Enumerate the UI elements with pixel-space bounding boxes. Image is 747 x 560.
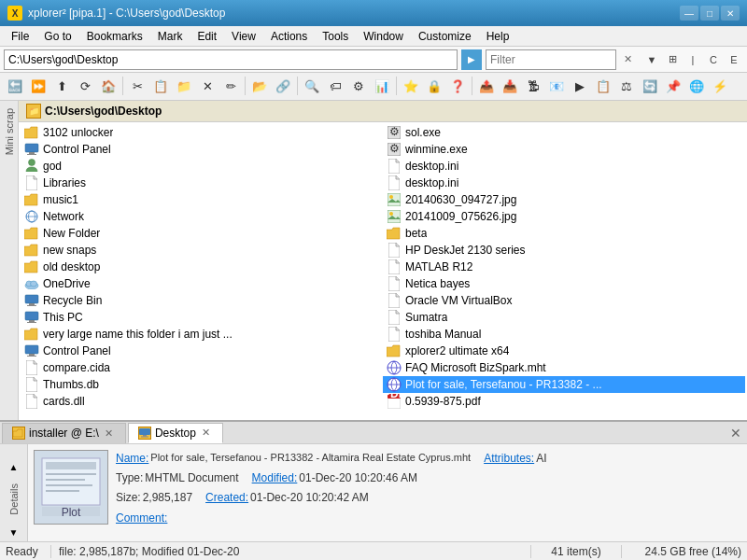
menu-item-bookmarks[interactable]: Bookmarks	[79, 26, 150, 46]
comment-label[interactable]: Comment:	[116, 510, 167, 527]
file-item[interactable]: cards.dll	[21, 393, 383, 410]
tb-bookmark[interactable]: ⭐	[400, 75, 422, 97]
menu-item-mark[interactable]: Mark	[150, 26, 190, 46]
file-item[interactable]: very large name this folder i am just ..…	[21, 326, 383, 343]
name-label[interactable]: Name:	[116, 450, 148, 468]
tb-refresh[interactable]: ⟳	[74, 75, 96, 97]
menu-item-customize[interactable]: Customize	[411, 26, 479, 46]
menu-item-help[interactable]: Help	[479, 26, 517, 46]
tb-save[interactable]: 📥	[499, 75, 521, 97]
mini-scrap-label[interactable]: Mini scrap	[4, 101, 15, 162]
file-item[interactable]: new snaps	[21, 242, 383, 259]
file-item[interactable]: HP DeskJet 2130 series	[383, 242, 745, 259]
tb-pin[interactable]: 📌	[662, 75, 684, 97]
file-item[interactable]: desktop.ini	[383, 158, 745, 175]
maximize-button[interactable]: □	[700, 6, 719, 21]
file-item[interactable]: beta	[383, 225, 745, 242]
filter-clear-button[interactable]: ✕	[620, 49, 635, 70]
close-panel-button[interactable]: ✕	[726, 424, 745, 442]
tb-back[interactable]: 🔙	[4, 75, 26, 97]
details-scroll-down[interactable]: ▼	[5, 523, 23, 541]
tb-extra2[interactable]: ⚡	[709, 75, 731, 97]
file-item[interactable]: Control Panel	[21, 141, 383, 158]
details-scroll-up[interactable]: ▲	[5, 457, 23, 476]
file-item[interactable]: FAQ Microsoft BizSpark.mht	[383, 359, 745, 376]
file-item[interactable]: 3102 unlocker	[21, 124, 383, 141]
file-item[interactable]: Control Panel	[21, 343, 383, 359]
tb-email[interactable]: 📧	[545, 75, 568, 97]
created-label[interactable]: Created:	[205, 489, 248, 507]
grid-view-icon[interactable]: ⊞	[663, 50, 682, 69]
file-item[interactable]: Libraries	[21, 175, 383, 191]
file-item[interactable]: This PC	[21, 309, 383, 326]
file-item[interactable]: Recycle Bin	[21, 292, 383, 309]
tb-help[interactable]: ❓	[446, 75, 469, 97]
right-pane-icon[interactable]: E	[725, 50, 743, 69]
file-item[interactable]: music1	[21, 191, 383, 208]
tb-delete[interactable]: ✕	[196, 75, 218, 97]
file-item[interactable]: Sumatra	[383, 309, 745, 326]
tb-open[interactable]: 📤	[475, 75, 498, 97]
file-item[interactable]: old desktop	[21, 259, 383, 275]
tb-settings[interactable]: ⚙	[347, 75, 370, 97]
file-item[interactable]: Plot for sale, Tersefanou - PR13382 - ..…	[383, 376, 745, 393]
tb-run[interactable]: ▶	[569, 75, 591, 97]
tb-lock[interactable]: 🔒	[423, 75, 445, 97]
menu-item-actions[interactable]: Actions	[263, 26, 315, 46]
file-item[interactable]: Network	[21, 208, 383, 225]
file-item[interactable]: PDF0.5939-875.pdf	[383, 393, 745, 410]
menu-item-window[interactable]: Window	[356, 26, 411, 46]
file-item[interactable]: OneDrive	[21, 275, 383, 292]
tb-link[interactable]: 🔗	[272, 75, 294, 97]
file-item[interactable]: 20141009_075626.jpg	[383, 208, 745, 225]
filter-input[interactable]	[486, 49, 616, 70]
file-item[interactable]: MATLAB R12	[383, 259, 745, 275]
tb-home[interactable]: 🏠	[97, 75, 120, 97]
menu-item-edit[interactable]: Edit	[190, 26, 224, 46]
file-item[interactable]: desktop.ini	[383, 175, 745, 191]
menu-item-view[interactable]: View	[224, 26, 263, 46]
menu-item-go-to[interactable]: Go to	[36, 26, 78, 46]
tb-paste[interactable]: 📁	[173, 75, 195, 97]
file-list-container[interactable]: 3102 unlockerControl PanelgodLibrariesmu…	[19, 122, 747, 420]
filter-icon[interactable]: ▼	[642, 50, 661, 69]
address-go-button[interactable]: ▶	[461, 49, 482, 70]
modified-label[interactable]: Modified:	[252, 469, 298, 487]
tb-view[interactable]: 📊	[371, 75, 393, 97]
file-item[interactable]: 20140630_094727.jpg	[383, 191, 745, 208]
tb-zip[interactable]: 🗜	[522, 75, 544, 97]
tb-properties[interactable]: 📋	[592, 75, 614, 97]
tb-copy[interactable]: 📋	[149, 75, 172, 97]
bottom-tab-Desktop[interactable]: Desktop✕	[128, 423, 223, 443]
tb-up[interactable]: ⬆	[50, 75, 73, 97]
tb-sync[interactable]: 🔄	[639, 75, 661, 97]
tab-close-button[interactable]: ✕	[103, 427, 116, 440]
file-item[interactable]: Thumbs.db	[21, 376, 383, 393]
file-item[interactable]: ⚙winmine.exe	[383, 141, 745, 158]
tb-forward[interactable]: ⏩	[27, 75, 49, 97]
tb-newfolder[interactable]: 📂	[248, 75, 271, 97]
tb-extra1[interactable]: 🌐	[685, 75, 708, 97]
file-item[interactable]: Netica bayes	[383, 275, 745, 292]
menu-item-tools[interactable]: Tools	[315, 26, 356, 46]
attributes-label[interactable]: Attributes:	[484, 450, 534, 468]
file-item[interactable]: New Folder	[21, 225, 383, 242]
tb-rename[interactable]: ✏	[219, 75, 242, 97]
file-item[interactable]: ⚙sol.exe	[383, 124, 745, 141]
left-pane-icon[interactable]: C	[704, 50, 723, 69]
bottom-tab-installer-@-E:\[interactable]: installer @ E:\✕	[2, 423, 126, 443]
tb-search[interactable]: 🔍	[301, 75, 323, 97]
address-input[interactable]	[4, 49, 458, 70]
close-button[interactable]: ✕	[721, 6, 740, 21]
tab-close-button[interactable]: ✕	[200, 427, 213, 440]
file-item[interactable]: Oracle VM VirtualBox	[383, 292, 745, 309]
file-item[interactable]: xplorer2 ultimate x64	[383, 343, 745, 359]
minimize-button[interactable]: —	[680, 6, 698, 21]
tb-cut[interactable]: ✂	[126, 75, 148, 97]
tb-compare[interactable]: ⚖	[615, 75, 638, 97]
file-item[interactable]: compare.cida	[21, 359, 383, 376]
file-item[interactable]: toshiba Manual	[383, 326, 745, 343]
file-item[interactable]: god	[21, 158, 383, 175]
menu-item-file[interactable]: File	[4, 26, 36, 46]
tb-tag[interactable]: 🏷	[324, 75, 346, 97]
